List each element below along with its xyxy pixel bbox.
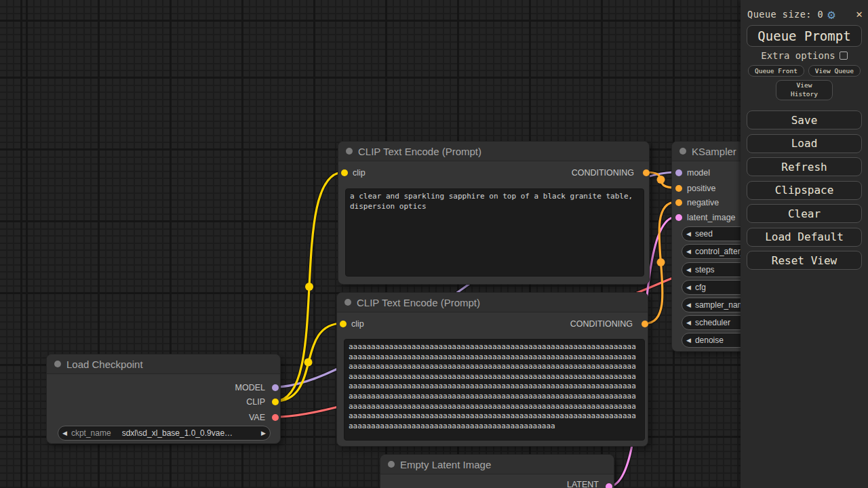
output-slot-label: CONDITIONING <box>572 168 634 178</box>
queue-size-label: Queue size: 0 <box>747 9 823 20</box>
link-midpoint-dot <box>304 359 313 367</box>
collapse-dot-icon[interactable] <box>679 148 686 155</box>
clip-input-port[interactable] <box>340 321 347 327</box>
node-title: Empty Latent Image <box>400 459 491 470</box>
comfy-menu: Queue size: 0 ⚙ ✕ Queue Prompt Extra opt… <box>741 0 868 488</box>
link-midpoint-dot <box>657 258 665 266</box>
arrow-left-icon[interactable]: ◀ <box>682 337 695 344</box>
node-title: Load Checkpoint <box>66 359 143 370</box>
input-slot-label: negative <box>687 198 719 207</box>
prompt-textarea[interactable]: aaaaaaaaaaaaaaaaaaaaaaaaaaaaaaaaaaaaaaaa… <box>344 339 645 441</box>
node-title-bar[interactable]: Empty Latent Image <box>380 455 614 474</box>
reset-view-button[interactable]: Reset View <box>747 251 862 270</box>
widget-label: scheduler <box>695 318 730 327</box>
clip-output-port[interactable] <box>272 399 279 405</box>
arrow-left-icon[interactable]: ◀ <box>682 266 695 273</box>
collapse-dot-icon[interactable] <box>54 361 61 367</box>
ckpt-name-widget[interactable]: ◀ ckpt_name sdxl\sd_xl_base_1.0_0.9vae… … <box>58 426 271 441</box>
node-title-bar[interactable]: CLIP Text Encode (Prompt) <box>337 293 648 312</box>
save-button[interactable]: Save <box>747 110 862 129</box>
node-load-checkpoint[interactable]: Load Checkpoint MODEL CLIP VAE ◀ ckpt_na… <box>46 354 281 444</box>
vae-output-port[interactable] <box>272 414 279 421</box>
arrow-left-icon[interactable]: ◀ <box>682 302 695 308</box>
model-input-port[interactable] <box>675 169 682 176</box>
gear-icon[interactable]: ⚙ <box>827 8 835 21</box>
widget-label: ckpt_name <box>71 428 111 438</box>
queue-front-button[interactable]: Queue Front <box>748 65 804 77</box>
model-output-port[interactable] <box>272 384 279 391</box>
prompt-textarea[interactable]: a clear and sparkling sapphire on top of… <box>345 188 644 277</box>
widget-value: sdxl\sd_xl_base_1.0_0.9vae… <box>122 428 233 438</box>
widget-label: steps <box>695 265 715 274</box>
link-midpoint-dot <box>657 176 665 184</box>
node-empty-latent-image[interactable]: Empty Latent Image LATENT <box>380 454 614 488</box>
latent-image-input-port[interactable] <box>675 214 682 221</box>
node-title: CLIP Text Encode (Prompt) <box>358 146 481 157</box>
load-default-button[interactable]: Load Default <box>747 228 862 247</box>
collapse-dot-icon[interactable] <box>388 461 395 468</box>
output-slot-label: MODEL <box>235 383 265 392</box>
node-title: CLIP Text Encode (Prompt) <box>357 297 480 308</box>
arrow-right-icon[interactable]: ▶ <box>257 430 270 436</box>
latent-output-port[interactable] <box>606 483 612 488</box>
node-clip-text-encode-2[interactable]: CLIP Text Encode (Prompt) clip CONDITION… <box>336 292 648 447</box>
input-slot-label: clip <box>353 168 366 178</box>
view-queue-button[interactable]: View Queue <box>808 65 861 77</box>
input-slot-label: latent_image <box>687 213 736 222</box>
conditioning-output-port[interactable] <box>643 169 650 176</box>
arrow-left-icon[interactable]: ◀ <box>682 230 695 237</box>
refresh-button[interactable]: Refresh <box>747 157 862 176</box>
clipspace-button[interactable]: Clipspace <box>747 181 862 200</box>
collapse-dot-icon[interactable] <box>344 299 351 306</box>
link-midpoint-dot <box>305 283 313 291</box>
output-slot-label: VAE <box>249 413 265 422</box>
arrow-left-icon[interactable]: ◀ <box>682 284 695 291</box>
widget-label: seed <box>695 229 713 239</box>
extra-options-label: Extra options <box>761 50 835 61</box>
node-title-bar[interactable]: CLIP Text Encode (Prompt) <box>338 142 649 161</box>
input-slot-label: clip <box>351 319 364 329</box>
load-button[interactable]: Load <box>747 134 862 153</box>
input-slot-label: model <box>687 168 710 178</box>
widget-label: denoise <box>695 336 724 345</box>
widget-label: cfg <box>695 283 706 292</box>
comfyui-app: { "ui": { "arrow_left": "◀", "arrow_righ… <box>0 0 868 488</box>
extra-options-checkbox[interactable] <box>840 52 848 60</box>
conditioning-output-port[interactable] <box>642 321 648 327</box>
collapse-dot-icon[interactable] <box>346 148 353 155</box>
clear-button[interactable]: Clear <box>747 204 862 223</box>
close-icon[interactable]: ✕ <box>856 9 863 20</box>
output-slot-label: CLIP <box>246 397 265 407</box>
node-clip-text-encode-1[interactable]: CLIP Text Encode (Prompt) clip CONDITION… <box>338 141 650 285</box>
positive-input-port[interactable] <box>675 185 682 192</box>
arrow-left-icon[interactable]: ◀ <box>58 430 71 436</box>
queue-prompt-button[interactable]: Queue Prompt <box>747 25 862 47</box>
arrow-left-icon[interactable]: ◀ <box>682 248 695 255</box>
output-slot-label: LATENT <box>567 480 599 488</box>
node-title: KSampler <box>692 146 736 157</box>
view-history-button[interactable]: View History <box>776 80 833 100</box>
arrow-left-icon[interactable]: ◀ <box>682 319 695 326</box>
node-title-bar[interactable]: Load Checkpoint <box>47 354 280 374</box>
negative-input-port[interactable] <box>675 199 682 206</box>
output-slot-label: CONDITIONING <box>570 319 633 329</box>
input-slot-label: positive <box>687 184 715 193</box>
clip-input-port[interactable] <box>341 169 348 176</box>
